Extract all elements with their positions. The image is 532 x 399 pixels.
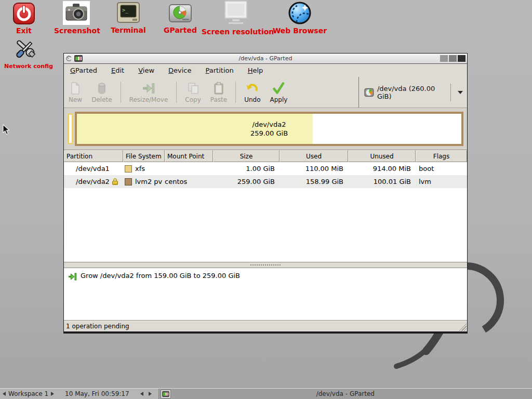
pane-splitter[interactable] — [64, 262, 467, 268]
apply-icon — [272, 82, 285, 95]
desktop-icon-label: Network config — [4, 62, 47, 70]
pending-operations-panel: Grow /dev/vda2 from 159.00 GiB to 259.00… — [64, 268, 467, 321]
menu-partition[interactable]: Partition — [206, 66, 234, 74]
terminal-icon: >_ — [116, 2, 140, 24]
desktop-icon-label: GParted — [163, 26, 197, 34]
disk-visual: /dev/vda2 259.00 GiB — [64, 108, 467, 150]
workspace-prev-arrow[interactable] — [3, 392, 6, 396]
flags-cell: lvm — [416, 175, 467, 188]
splitter-grip — [250, 264, 281, 265]
desktop-icon-label: Screenshot — [54, 27, 99, 35]
taskbar: Workspace 1 10 May, Fri 00:59:17 /dev/vd… — [0, 388, 532, 399]
device-selector-value: /dev/vda (260.00 GiB) — [377, 85, 447, 100]
filesystem-color-chip — [125, 165, 132, 172]
device-selector[interactable]: /dev/vda (260.00 GiB) — [364, 84, 463, 101]
unused-cell: 914.00 MiB — [348, 162, 416, 175]
table-header-row: Partition File System Mount Point Size U… — [64, 150, 467, 162]
menu-view[interactable]: View — [138, 66, 154, 74]
device-selector-panel: /dev/vda (260.00 GiB) — [358, 77, 467, 108]
disk-visual-partition-name: /dev/vda2 — [252, 120, 286, 129]
window-title: /dev/vda - GParted — [64, 55, 467, 62]
desktop-icon-gparted[interactable]: GParted — [163, 3, 197, 34]
statusbar-text: 1 operation pending — [66, 323, 129, 330]
desktop-icon-label: Exit — [7, 27, 41, 35]
used-cell: 110.00 MiB — [280, 162, 348, 175]
copy-icon — [187, 82, 200, 95]
resize-move-button[interactable]: Resize/Move — [125, 77, 173, 108]
undo-button[interactable]: Undo — [240, 77, 265, 108]
tools-icon — [12, 36, 39, 60]
desktop-icon-screenshot[interactable]: Screenshot — [54, 1, 99, 35]
workspace-next-arrow[interactable] — [51, 392, 54, 396]
menu-help[interactable]: Help — [248, 66, 263, 74]
delete-icon — [96, 82, 108, 95]
gparted-window: /dev/vda - GParted GParted Edit View Dev… — [63, 53, 468, 334]
desktop-icon-screen-resolution[interactable]: Screen resolution — [202, 0, 270, 36]
column-header-mountpoint[interactable]: Mount Point — [165, 150, 213, 162]
task-next-arrow[interactable] — [149, 392, 152, 396]
task-prev-arrow[interactable] — [140, 392, 143, 396]
table-row-vda2[interactable]: /dev/vda2 lvm2 pv centos 259.00 GiB 158.… — [64, 175, 467, 188]
unused-cell: 100.01 GiB — [348, 175, 416, 188]
column-header-size[interactable]: Size — [213, 150, 280, 162]
maximize-button[interactable] — [449, 55, 457, 62]
size-cell: 1.00 GiB — [213, 162, 280, 175]
task-button-gparted[interactable]: /dev/vda - GParted — [158, 389, 532, 399]
column-header-filesystem[interactable]: File System — [123, 150, 165, 162]
monitor-icon — [223, 0, 248, 26]
delete-button[interactable]: Delete — [87, 77, 116, 108]
lock-icon — [112, 178, 119, 185]
globe-icon — [288, 1, 312, 25]
used-cell: 158.99 GiB — [280, 175, 348, 188]
statusbar: 1 operation pending — [64, 321, 467, 331]
camera-icon — [63, 1, 90, 25]
menubar: GParted Edit View Device Partition Help — [64, 64, 467, 77]
column-header-partition[interactable]: Partition — [64, 150, 123, 162]
toolbar-separator — [235, 82, 236, 103]
mouse-cursor — [3, 124, 10, 136]
filesystem-name: lvm2 pv — [135, 178, 162, 185]
desktop-icon-exit[interactable]: Exit — [7, 2, 41, 35]
toolbar-separator — [176, 82, 177, 103]
desktop-icon-network-config[interactable]: Network config — [4, 36, 47, 70]
desktop-icon-web-browser[interactable]: Web Browser — [271, 1, 328, 35]
desktop-icon-label: Screen resolution — [202, 28, 270, 36]
column-header-used[interactable]: Used — [280, 150, 348, 162]
size-cell: 259.00 GiB — [213, 175, 280, 188]
task-title: /dev/vda - GParted — [159, 390, 532, 397]
menu-device[interactable]: Device — [168, 66, 191, 74]
window-menu-swirl-icon[interactable] — [65, 55, 72, 62]
column-header-flags[interactable]: Flags — [416, 150, 467, 162]
table-row-vda1[interactable]: /dev/vda1 xfs 1.00 GiB 110.00 MiB 914.00… — [64, 162, 467, 175]
resize-grip[interactable] — [459, 323, 467, 331]
workspace-label[interactable]: Workspace 1 — [8, 390, 48, 397]
mount-point: centos — [165, 178, 187, 185]
chevron-down-icon — [458, 91, 463, 94]
desktop-icon-label: Web Browser — [271, 27, 328, 35]
close-button[interactable] — [458, 55, 466, 62]
gparted-mini-icon — [74, 55, 83, 62]
copy-button[interactable]: Copy — [180, 77, 205, 108]
new-icon — [69, 82, 82, 95]
toolbar: New Delete Resize/Move Copy — [64, 77, 467, 108]
toolbar-separator — [121, 82, 121, 103]
disk-visual-vda2[interactable]: /dev/vda2 259.00 GiB — [75, 112, 463, 146]
partition-name: /dev/vda1 — [76, 165, 110, 172]
column-header-unused[interactable]: Unused — [348, 150, 416, 162]
taskbar-clock: 10 May, Fri 00:59:17 — [65, 390, 129, 397]
operation-item[interactable]: Grow /dev/vda2 from 159.00 GiB to 259.00… — [81, 272, 240, 280]
exit-icon — [12, 2, 35, 25]
new-button[interactable]: New — [64, 77, 87, 108]
partition-name: /dev/vda2 — [76, 178, 110, 185]
menu-edit[interactable]: Edit — [111, 66, 124, 74]
filesystem-color-chip — [125, 178, 132, 185]
gparted-disk-icon — [168, 3, 192, 24]
menu-gparted[interactable]: GParted — [70, 66, 97, 74]
window-titlebar[interactable]: /dev/vda - GParted — [64, 54, 467, 64]
grow-operation-icon — [68, 272, 77, 281]
iconify-button[interactable] — [440, 55, 448, 62]
apply-button[interactable]: Apply — [265, 77, 292, 108]
paste-button[interactable]: Paste — [206, 77, 232, 108]
desktop-icon-terminal[interactable]: >_ Terminal — [109, 2, 148, 34]
disk-visual-vda1[interactable] — [68, 113, 73, 144]
